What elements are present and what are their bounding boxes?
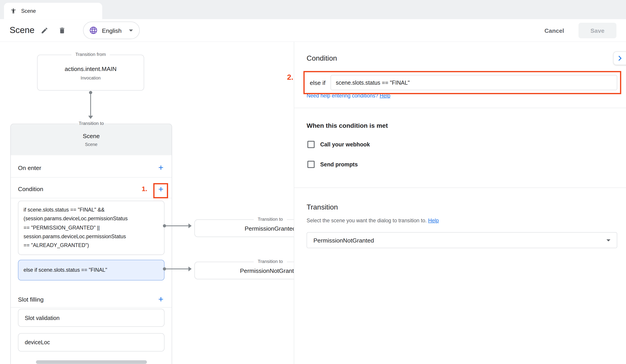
conditions-help-link[interactable]: Help xyxy=(380,93,390,99)
connector-line xyxy=(166,225,189,226)
section-label: Slot filling xyxy=(18,296,43,303)
pencil-icon xyxy=(41,27,48,34)
scene-node-subtitle: Scene xyxy=(85,142,97,147)
intent-name: actions.intent.MAIN xyxy=(65,65,117,72)
checkbox-label: Send prompts xyxy=(320,161,358,168)
checkbox-label: Call your webhook xyxy=(320,141,370,147)
condition-expression-row: else if scene.slots.status == "FINAL" xyxy=(310,75,617,90)
globe-icon xyxy=(89,26,98,35)
help-prompt-text: Need help entering conditions? xyxy=(307,93,380,99)
chevron-down-icon xyxy=(606,239,611,241)
prompts-option-row: Send prompts xyxy=(307,161,358,168)
collapse-panel-button[interactable] xyxy=(613,51,626,65)
divider xyxy=(294,187,626,188)
tab-strip: Scene xyxy=(0,0,626,19)
condition-heading: Condition xyxy=(307,54,337,63)
slot-item-validation[interactable]: Slot validation xyxy=(18,309,164,327)
trash-icon xyxy=(58,27,66,34)
app-bar-actions: Cancel Save xyxy=(540,22,616,38)
target-scene-name: PermissionGranted xyxy=(245,225,294,231)
node-permission-not-granted[interactable]: Transition to PermissionNotGranted xyxy=(194,262,294,279)
main-content: Transition from actions.intent.MAIN Invo… xyxy=(0,42,626,364)
tab-label: Scene xyxy=(21,8,36,14)
actions-console-app: Scene Scene English Cancel Save xyxy=(0,0,626,364)
node-legend: Transition to xyxy=(254,217,287,221)
horizontal-scrollbar-thumb[interactable] xyxy=(36,360,147,364)
add-on-enter-button[interactable]: + xyxy=(155,162,167,174)
call-webhook-checkbox[interactable] xyxy=(307,141,314,148)
conditions-help-line: Need help entering conditions? Help xyxy=(307,93,390,99)
node-legend: Transition to xyxy=(75,121,108,126)
person-icon xyxy=(10,8,16,14)
when-condition-met-heading: When this condition is met xyxy=(307,122,388,129)
transition-hint-text: Select the scene you want the dialog to … xyxy=(307,217,428,223)
connector-dot xyxy=(163,224,166,227)
tab-scene[interactable]: Scene xyxy=(4,3,102,19)
add-slot-button[interactable]: + xyxy=(155,293,167,305)
connector-line xyxy=(90,94,91,116)
page-title: Scene xyxy=(10,25,35,36)
connector-dot xyxy=(89,91,92,94)
selected-scene-value: PermissionNotGranted xyxy=(313,237,374,244)
connector-line xyxy=(166,269,189,269)
add-condition-button[interactable]: + xyxy=(155,183,167,195)
condition-operator-dropdown[interactable]: else if xyxy=(310,79,326,86)
transition-scene-select[interactable]: PermissionNotGranted xyxy=(307,232,617,248)
node-scene[interactable]: Transition to Scene Scene On enter + Con… xyxy=(10,124,172,364)
section-on-enter: On enter + xyxy=(11,158,172,178)
chevron-down-icon xyxy=(129,29,133,32)
condition-editor-panel: Condition else if scene.slots.status == … xyxy=(294,42,626,364)
slot-item-deviceloc[interactable]: deviceLoc xyxy=(18,333,164,352)
section-slot-filling: Slot filling + xyxy=(11,291,172,308)
node-legend: Transition to xyxy=(254,259,287,264)
section-condition: Condition + xyxy=(11,180,172,198)
scene-node-title: Scene xyxy=(83,133,100,139)
transition-hint: Select the scene you want the dialog to … xyxy=(307,217,439,223)
connector-dot xyxy=(163,267,166,270)
chevron-right-icon xyxy=(616,54,624,62)
cancel-button[interactable]: Cancel xyxy=(540,24,568,37)
section-label: Condition xyxy=(18,185,43,192)
delete-scene-button[interactable] xyxy=(54,23,70,38)
target-scene-name: PermissionNotGranted xyxy=(240,267,294,274)
intent-type: Invocation xyxy=(81,75,101,80)
transition-help-link[interactable]: Help xyxy=(428,217,439,223)
node-legend: Transition from xyxy=(72,52,110,57)
save-button[interactable]: Save xyxy=(579,22,617,38)
send-prompts-checkbox[interactable] xyxy=(307,161,314,168)
condition-item-else-if[interactable]: else if scene.slots.status == "FINAL" xyxy=(18,259,164,281)
scene-node-header: Scene Scene xyxy=(11,124,172,155)
arrow-right-icon xyxy=(189,223,192,228)
divider xyxy=(294,108,626,108)
node-permission-granted[interactable]: Transition to PermissionGranted xyxy=(194,219,294,237)
arrow-down-icon xyxy=(88,116,93,119)
scene-graph-pane: Transition from actions.intent.MAIN Invo… xyxy=(0,42,294,364)
condition-expression-input[interactable]: scene.slots.status == "FINAL" xyxy=(331,75,617,90)
edit-scene-button[interactable] xyxy=(37,23,52,38)
language-label: English xyxy=(102,27,121,34)
node-invocation-intent[interactable]: Transition from actions.intent.MAIN Invo… xyxy=(37,55,144,90)
transition-heading: Transition xyxy=(307,203,338,211)
webhook-option-row: Call your webhook xyxy=(307,141,370,148)
app-bar: Scene English Cancel Save xyxy=(0,19,626,42)
language-selector[interactable]: English xyxy=(83,22,140,39)
condition-item-if[interactable]: if scene.slots.status == "FINAL" && (ses… xyxy=(18,201,164,255)
section-label: On enter xyxy=(18,164,41,171)
arrow-right-icon xyxy=(189,266,192,271)
